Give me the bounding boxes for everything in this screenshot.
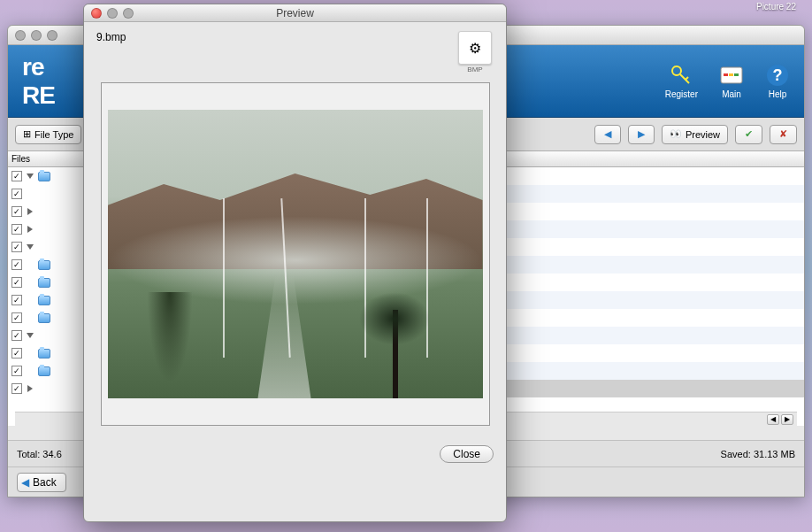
gear-icon: ⚙	[469, 40, 481, 57]
tree-row[interactable]: ✓	[8, 291, 88, 309]
nav-forward-button[interactable]: ▶	[628, 125, 655, 144]
window-icon	[719, 63, 744, 88]
nav-back-button[interactable]: ◀	[594, 125, 621, 144]
chevron-down-icon[interactable]	[27, 333, 34, 338]
close-icon[interactable]	[15, 30, 26, 41]
tree-row[interactable]: ✓	[8, 309, 88, 327]
folder-icon	[38, 349, 50, 359]
zoom-icon[interactable]	[123, 8, 134, 19]
svg-line-1	[680, 74, 689, 83]
folder-icon	[38, 296, 50, 305]
preview-image	[101, 82, 490, 426]
preview-filename: 9.bmp	[96, 31, 126, 43]
checkbox[interactable]: ✓	[11, 312, 22, 323]
scroll-right-icon[interactable]: ▶	[781, 414, 793, 425]
svg-line-2	[686, 77, 688, 80]
binoculars-icon: 👀	[670, 128, 682, 140]
preview-title: Preview	[84, 7, 506, 19]
tree-row[interactable]: ✓	[8, 344, 88, 362]
chevron-right-icon[interactable]	[27, 385, 33, 392]
folder-icon	[38, 172, 50, 181]
chevron-right-icon[interactable]	[27, 226, 33, 233]
checkbox[interactable]: ✓	[11, 366, 22, 376]
close-button[interactable]: Close	[440, 445, 494, 463]
svg-text:?: ?	[773, 66, 783, 84]
folder-icon	[38, 366, 50, 376]
svg-rect-4	[724, 73, 728, 76]
checkbox[interactable]: ✓	[11, 224, 22, 235]
back-button[interactable]: ◀ Back	[17, 473, 66, 492]
svg-rect-5	[729, 73, 733, 76]
tree-row[interactable]: ✓	[8, 256, 88, 274]
chevron-down-icon[interactable]	[27, 244, 34, 250]
checkbox[interactable]: ✓	[11, 242, 22, 252]
checkbox[interactable]: ✓	[11, 277, 22, 288]
tree-row[interactable]: ✓	[8, 185, 88, 203]
check-button[interactable]: ✔	[735, 125, 762, 144]
arrow-left-icon: ◀	[604, 128, 611, 140]
tree-row[interactable]: ✓	[8, 380, 88, 397]
preview-button[interactable]: 👀 Preview	[662, 125, 728, 144]
checkbox[interactable]: ✓	[11, 383, 22, 394]
tree-row[interactable]: ✓	[8, 220, 88, 238]
chevron-right-icon[interactable]	[27, 208, 33, 215]
filetype-icon: ⚙ BMP	[456, 31, 494, 73]
key-icon	[669, 63, 693, 88]
chevron-down-icon[interactable]	[27, 173, 34, 179]
checkbox[interactable]: ✓	[11, 295, 22, 305]
arrow-right-icon: ▶	[638, 128, 645, 140]
uncheck-button[interactable]: ✘	[770, 125, 797, 144]
tree-row[interactable]: ✓	[8, 362, 88, 380]
uncheck-icon: ✘	[779, 128, 787, 140]
files-column-header[interactable]: Files	[8, 151, 88, 167]
tree-row[interactable]: ✓	[8, 203, 88, 220]
minimize-icon[interactable]	[107, 8, 118, 19]
checkbox[interactable]: ✓	[11, 189, 22, 199]
help-icon: ?	[765, 63, 790, 88]
svg-point-0	[672, 66, 681, 75]
main-button[interactable]: Main	[719, 63, 744, 99]
folder-icon	[38, 278, 50, 288]
tree-row[interactable]: ✓	[8, 167, 88, 185]
register-button[interactable]: Register	[665, 63, 698, 99]
checkbox[interactable]: ✓	[11, 171, 22, 181]
files-tree-panel[interactable]: Files ✓✓✓✓✓✓✓✓✓✓✓✓✓	[8, 151, 89, 426]
minimize-icon[interactable]	[31, 30, 42, 41]
checkbox[interactable]: ✓	[11, 206, 22, 217]
tree-row[interactable]: ✓	[8, 238, 88, 256]
back-arrow-icon: ◀	[21, 476, 29, 489]
tree-icon: ⊞	[23, 128, 31, 140]
svg-rect-6	[734, 73, 739, 76]
tree-row[interactable]: ✓	[8, 327, 88, 344]
check-icon: ✔	[745, 128, 753, 140]
checkbox[interactable]: ✓	[11, 259, 22, 270]
zoom-icon[interactable]	[47, 30, 57, 41]
status-total: Total: 34.6	[17, 449, 62, 459]
close-icon[interactable]	[91, 8, 102, 19]
tree-row[interactable]: ✓	[8, 274, 88, 291]
preview-titlebar[interactable]: Preview	[84, 4, 506, 22]
checkbox[interactable]: ✓	[11, 348, 22, 359]
folder-icon	[38, 260, 50, 270]
help-button[interactable]: ? Help	[765, 63, 790, 99]
file-types-button[interactable]: ⊞ File Type	[15, 125, 81, 144]
status-saved: Saved: 31.13 MB	[721, 449, 795, 459]
desktop-file-label: Picture 22	[756, 2, 796, 12]
app-logo: re RE	[22, 53, 55, 110]
folder-icon	[38, 313, 50, 323]
checkbox[interactable]: ✓	[11, 330, 22, 341]
preview-window: Preview 9.bmp ⚙ BMP Close	[83, 4, 507, 522]
scroll-left-icon[interactable]: ◀	[767, 414, 779, 425]
